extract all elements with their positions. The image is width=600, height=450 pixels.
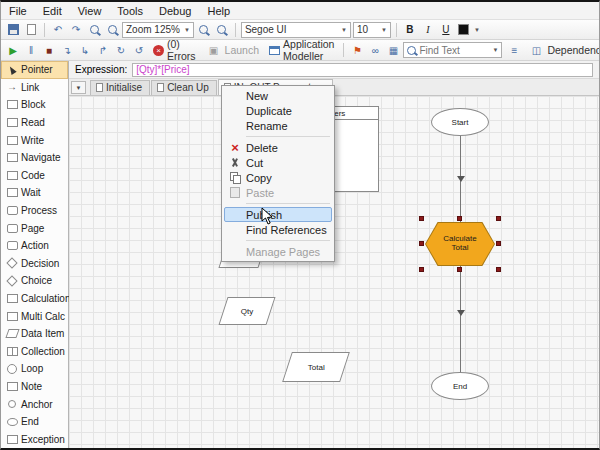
sidebar-item-process[interactable]: Process xyxy=(1,202,68,220)
selection-handle[interactable] xyxy=(496,241,501,246)
selection-handle[interactable] xyxy=(457,267,462,272)
menu-item-cut[interactable]: Cut xyxy=(224,155,332,170)
end-stage[interactable]: End xyxy=(431,372,489,400)
undo-icon[interactable]: ↶ xyxy=(50,22,66,38)
tab-list-dropdown[interactable]: ▼ xyxy=(71,81,86,94)
menu-item-publish[interactable]: Publish xyxy=(224,207,332,222)
stage-icon xyxy=(5,82,19,92)
stage-label: Decision xyxy=(21,258,59,269)
sidebar-item-link[interactable]: Link xyxy=(1,79,68,97)
zoom-in-icon[interactable] xyxy=(104,22,120,38)
breakpoint-flag-icon[interactable]: ⚑ xyxy=(349,42,365,58)
menu-tools[interactable]: Tools xyxy=(109,3,151,19)
menu-item-rename[interactable]: Rename xyxy=(224,118,332,133)
qty-data-item[interactable]: Qty xyxy=(218,297,275,325)
selection-handle[interactable] xyxy=(457,216,462,221)
compare-icon[interactable]: ≡ xyxy=(506,42,522,58)
font-size-select[interactable]: 10 ▼ xyxy=(353,22,391,38)
errors-button[interactable]: × (0) Errors xyxy=(149,37,200,63)
font-color-button[interactable] xyxy=(456,22,472,38)
menu-item-copy[interactable]: Copy xyxy=(224,170,332,185)
find-text-input[interactable] xyxy=(419,45,489,56)
sidebar-item-data-item[interactable]: Data Item xyxy=(1,325,68,343)
menu-separator[interactable] xyxy=(246,203,330,204)
application-modeller-button[interactable]: Application Modeller xyxy=(265,37,338,63)
bold-button[interactable]: B xyxy=(402,22,418,38)
sidebar-item-multi-calc[interactable]: Multi Calc xyxy=(1,307,68,325)
menu-item-find-references[interactable]: Find References xyxy=(224,222,332,237)
sidebar-item-end[interactable]: End xyxy=(1,413,68,431)
launch-button[interactable]: ▣ Launch xyxy=(202,41,263,59)
underline-button[interactable]: U xyxy=(438,22,454,38)
sidebar-item-decision[interactable]: Decision xyxy=(1,255,68,273)
sidebar-item-pointer[interactable]: Pointer xyxy=(1,61,68,79)
search-icon[interactable] xyxy=(407,46,416,55)
reset-icon[interactable]: ↺ xyxy=(131,42,147,58)
sidebar-item-read[interactable]: Read xyxy=(1,114,68,132)
zoom-selection-icon[interactable] xyxy=(214,22,230,38)
menu-item-delete[interactable]: Delete xyxy=(224,140,332,155)
menu-debug[interactable]: Debug xyxy=(151,3,199,19)
sidebar-item-calculation[interactable]: Calculation xyxy=(1,290,68,308)
sidebar-item-note[interactable]: Note xyxy=(1,378,68,396)
menu-item-manage-pages[interactable]: Manage Pages xyxy=(224,244,332,259)
sidebar-item-wait[interactable]: Wait xyxy=(1,184,68,202)
menu-item-paste[interactable]: Paste xyxy=(224,185,332,200)
dependencies-button[interactable]: ◫ Dependencies xyxy=(524,41,600,59)
selection-handle[interactable] xyxy=(419,216,424,221)
link-calc-to-end[interactable] xyxy=(460,266,461,372)
stage-icon xyxy=(5,382,19,391)
sidebar-item-action[interactable]: Action xyxy=(1,237,68,255)
start-stage[interactable]: Start xyxy=(431,108,489,136)
sidebar-item-collection[interactable]: Collection xyxy=(1,343,68,361)
zoom-fit-icon[interactable] xyxy=(196,22,212,38)
pause-icon[interactable]: ‖ xyxy=(23,42,39,58)
selection-handle[interactable] xyxy=(496,216,501,221)
step-out-icon[interactable]: ↱ xyxy=(95,42,111,58)
sidebar-item-write[interactable]: Write xyxy=(1,131,68,149)
menu-item-duplicate[interactable]: Duplicate xyxy=(224,103,332,118)
menu-file[interactable]: File xyxy=(1,3,35,19)
stop-icon[interactable]: ■ xyxy=(41,42,57,58)
calculation-stage-selected[interactable]: Calculate Total xyxy=(425,222,495,266)
expression-input[interactable] xyxy=(132,63,593,77)
sidebar-item-navigate[interactable]: Navigate xyxy=(1,149,68,167)
tab-initialise[interactable]: Initialise xyxy=(90,80,150,95)
menu-view[interactable]: View xyxy=(70,3,110,19)
selection-handle[interactable] xyxy=(419,267,424,272)
redo-icon[interactable]: ↷ xyxy=(68,22,84,38)
total-data-item[interactable]: Total xyxy=(282,352,350,382)
step-over-icon[interactable]: ↳ xyxy=(77,42,93,58)
menu-item-label: Copy xyxy=(246,172,272,184)
sidebar-item-exception[interactable]: Exception xyxy=(1,430,68,448)
sidebar-item-loop[interactable]: Loop xyxy=(1,360,68,378)
grid-icon[interactable]: ▦ xyxy=(385,42,401,58)
menu-separator[interactable] xyxy=(246,136,330,137)
zoom-select[interactable]: Zoom 125% ▼ xyxy=(122,22,194,38)
watch-icon[interactable]: ∞ xyxy=(367,42,383,58)
selection-handle[interactable] xyxy=(496,267,501,272)
chevron-down-icon: ▼ xyxy=(381,27,387,33)
step-in-icon[interactable]: ↴ xyxy=(59,42,75,58)
save-icon[interactable] xyxy=(5,22,21,38)
play-icon[interactable]: ▶ xyxy=(5,42,21,58)
separator xyxy=(396,23,397,37)
menu-separator[interactable] xyxy=(246,240,330,241)
zoom-out-icon[interactable] xyxy=(86,22,102,38)
sidebar-item-page[interactable]: Page xyxy=(1,219,68,237)
export-icon[interactable] xyxy=(23,22,39,38)
menu-help[interactable]: Help xyxy=(199,3,238,19)
restart-icon[interactable]: ↻ xyxy=(113,42,129,58)
chevron-down-icon[interactable]: ▼ xyxy=(474,27,480,33)
sidebar-item-block[interactable]: Block xyxy=(1,96,68,114)
chevron-down-icon[interactable]: ▼ xyxy=(492,47,498,53)
sidebar-item-choice[interactable]: Choice xyxy=(1,272,68,290)
selection-handle[interactable] xyxy=(419,241,424,246)
font-family-select[interactable]: Segoe UI ▼ xyxy=(241,22,351,38)
italic-button[interactable]: I xyxy=(420,22,436,38)
menu-item-new[interactable]: New xyxy=(224,88,332,103)
tab-clean-up[interactable]: Clean Up xyxy=(151,80,217,95)
sidebar-item-anchor[interactable]: Anchor xyxy=(1,395,68,413)
menu-edit[interactable]: Edit xyxy=(35,3,70,19)
sidebar-item-code[interactable]: Code xyxy=(1,167,68,185)
